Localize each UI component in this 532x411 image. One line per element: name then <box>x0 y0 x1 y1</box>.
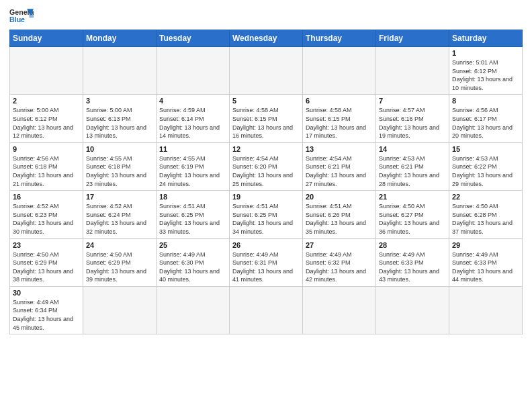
day-info: Sunrise: 4:51 AM Sunset: 6:26 PM Dayligh… <box>306 202 373 236</box>
calendar-cell: 22Sunrise: 4:50 AM Sunset: 6:28 PM Dayli… <box>449 191 523 238</box>
day-number: 27 <box>306 241 373 249</box>
calendar-cell <box>10 47 83 95</box>
calendar-cell: 14Sunrise: 4:53 AM Sunset: 6:21 PM Dayli… <box>376 142 449 190</box>
calendar-cell: 12Sunrise: 4:54 AM Sunset: 6:20 PM Dayli… <box>230 142 303 190</box>
calendar-cell <box>376 286 449 334</box>
calendar-cell: 30Sunrise: 4:49 AM Sunset: 6:34 PM Dayli… <box>10 286 83 334</box>
calendar-cell: 20Sunrise: 4:51 AM Sunset: 6:26 PM Dayli… <box>303 191 376 238</box>
day-info: Sunrise: 4:51 AM Sunset: 6:25 PM Dayligh… <box>232 202 300 236</box>
svg-text:Blue: Blue <box>9 15 25 24</box>
calendar-cell: 4Sunrise: 4:59 AM Sunset: 6:14 PM Daylig… <box>157 95 230 142</box>
calendar-cell: 19Sunrise: 4:51 AM Sunset: 6:25 PM Dayli… <box>230 191 303 238</box>
day-number: 14 <box>379 145 446 153</box>
day-info: Sunrise: 4:50 AM Sunset: 6:29 PM Dayligh… <box>86 250 153 284</box>
calendar-cell: 3Sunrise: 5:00 AM Sunset: 6:13 PM Daylig… <box>83 95 157 142</box>
svg-marker-3 <box>29 12 34 17</box>
day-info: Sunrise: 4:58 AM Sunset: 6:15 PM Dayligh… <box>306 106 373 140</box>
day-info: Sunrise: 4:54 AM Sunset: 6:20 PM Dayligh… <box>232 154 300 188</box>
day-number: 22 <box>452 193 519 201</box>
page: General Blue SundayMondayTuesdayWednesda… <box>0 0 532 411</box>
day-info: Sunrise: 4:59 AM Sunset: 6:14 PM Dayligh… <box>159 106 226 140</box>
day-info: Sunrise: 4:49 AM Sunset: 6:33 PM Dayligh… <box>452 250 519 284</box>
day-number: 26 <box>232 241 300 249</box>
calendar-cell <box>303 286 376 334</box>
day-info: Sunrise: 4:50 AM Sunset: 6:27 PM Dayligh… <box>379 202 446 236</box>
calendar-cell <box>83 47 157 95</box>
day-number: 10 <box>86 145 153 153</box>
header: General Blue <box>9 7 523 26</box>
weekday-thursday: Thursday <box>303 30 376 47</box>
calendar-week-2: 9Sunrise: 4:56 AM Sunset: 6:18 PM Daylig… <box>10 142 523 190</box>
calendar-cell: 13Sunrise: 4:54 AM Sunset: 6:21 PM Dayli… <box>303 142 376 190</box>
day-number: 8 <box>452 97 519 105</box>
calendar-cell: 26Sunrise: 4:49 AM Sunset: 6:31 PM Dayli… <box>230 238 303 286</box>
day-number: 6 <box>306 97 373 105</box>
day-number: 16 <box>13 193 80 201</box>
day-info: Sunrise: 4:52 AM Sunset: 6:24 PM Dayligh… <box>86 202 153 236</box>
day-info: Sunrise: 4:58 AM Sunset: 6:15 PM Dayligh… <box>232 106 300 140</box>
logo: General Blue <box>9 7 34 26</box>
calendar-cell: 5Sunrise: 4:58 AM Sunset: 6:15 PM Daylig… <box>230 95 303 142</box>
calendar-cell: 17Sunrise: 4:52 AM Sunset: 6:24 PM Dayli… <box>83 191 157 238</box>
day-number: 13 <box>306 145 373 153</box>
calendar-table: SundayMondayTuesdayWednesdayThursdayFrid… <box>9 30 523 334</box>
day-number: 20 <box>306 193 373 201</box>
day-number: 11 <box>159 145 226 153</box>
weekday-header-row: SundayMondayTuesdayWednesdayThursdayFrid… <box>10 30 523 47</box>
calendar-cell: 25Sunrise: 4:49 AM Sunset: 6:30 PM Dayli… <box>157 238 230 286</box>
calendar-cell <box>230 47 303 95</box>
calendar-cell <box>449 286 523 334</box>
weekday-sunday: Sunday <box>10 30 83 47</box>
generalblue-logo-icon: General Blue <box>9 7 34 26</box>
day-number: 25 <box>159 241 226 249</box>
calendar-cell: 9Sunrise: 4:56 AM Sunset: 6:18 PM Daylig… <box>10 142 83 190</box>
day-info: Sunrise: 4:55 AM Sunset: 6:19 PM Dayligh… <box>159 154 226 188</box>
day-info: Sunrise: 5:00 AM Sunset: 6:13 PM Dayligh… <box>86 106 153 140</box>
weekday-saturday: Saturday <box>449 30 523 47</box>
day-info: Sunrise: 4:49 AM Sunset: 6:31 PM Dayligh… <box>232 250 300 284</box>
calendar-week-3: 16Sunrise: 4:52 AM Sunset: 6:23 PM Dayli… <box>10 191 523 238</box>
day-number: 4 <box>159 97 226 105</box>
calendar-cell: 16Sunrise: 4:52 AM Sunset: 6:23 PM Dayli… <box>10 191 83 238</box>
day-info: Sunrise: 4:49 AM Sunset: 6:34 PM Dayligh… <box>13 298 80 332</box>
weekday-friday: Friday <box>376 30 449 47</box>
day-number: 15 <box>452 145 519 153</box>
day-info: Sunrise: 4:53 AM Sunset: 6:21 PM Dayligh… <box>379 154 446 188</box>
calendar-cell: 23Sunrise: 4:50 AM Sunset: 6:29 PM Dayli… <box>10 238 83 286</box>
calendar-cell: 10Sunrise: 4:55 AM Sunset: 6:18 PM Dayli… <box>83 142 157 190</box>
weekday-tuesday: Tuesday <box>157 30 230 47</box>
day-number: 17 <box>86 193 153 201</box>
day-info: Sunrise: 4:49 AM Sunset: 6:33 PM Dayligh… <box>379 250 446 284</box>
day-info: Sunrise: 4:52 AM Sunset: 6:23 PM Dayligh… <box>13 202 80 236</box>
calendar-cell: 21Sunrise: 4:50 AM Sunset: 6:27 PM Dayli… <box>376 191 449 238</box>
calendar-cell: 1Sunrise: 5:01 AM Sunset: 6:12 PM Daylig… <box>449 47 523 95</box>
day-info: Sunrise: 4:49 AM Sunset: 6:30 PM Dayligh… <box>159 250 226 284</box>
day-number: 19 <box>232 193 300 201</box>
day-info: Sunrise: 4:56 AM Sunset: 6:18 PM Dayligh… <box>13 154 80 188</box>
calendar-cell: 15Sunrise: 4:53 AM Sunset: 6:22 PM Dayli… <box>449 142 523 190</box>
calendar-cell: 24Sunrise: 4:50 AM Sunset: 6:29 PM Dayli… <box>83 238 157 286</box>
calendar-cell <box>83 286 157 334</box>
calendar-cell: 28Sunrise: 4:49 AM Sunset: 6:33 PM Dayli… <box>376 238 449 286</box>
calendar-week-1: 2Sunrise: 5:00 AM Sunset: 6:12 PM Daylig… <box>10 95 523 142</box>
weekday-wednesday: Wednesday <box>230 30 303 47</box>
day-number: 24 <box>86 241 153 249</box>
day-number: 5 <box>232 97 300 105</box>
day-info: Sunrise: 4:54 AM Sunset: 6:21 PM Dayligh… <box>306 154 373 188</box>
calendar-cell: 2Sunrise: 5:00 AM Sunset: 6:12 PM Daylig… <box>10 95 83 142</box>
day-number: 3 <box>86 97 153 105</box>
day-info: Sunrise: 4:53 AM Sunset: 6:22 PM Dayligh… <box>452 154 519 188</box>
day-number: 12 <box>232 145 300 153</box>
calendar-cell: 18Sunrise: 4:51 AM Sunset: 6:25 PM Dayli… <box>157 191 230 238</box>
day-info: Sunrise: 4:57 AM Sunset: 6:16 PM Dayligh… <box>379 106 446 140</box>
day-number: 30 <box>13 289 80 297</box>
day-number: 28 <box>379 241 446 249</box>
calendar-cell: 11Sunrise: 4:55 AM Sunset: 6:19 PM Dayli… <box>157 142 230 190</box>
day-number: 18 <box>159 193 226 201</box>
day-info: Sunrise: 4:50 AM Sunset: 6:28 PM Dayligh… <box>452 202 519 236</box>
calendar-cell <box>376 47 449 95</box>
calendar-cell: 29Sunrise: 4:49 AM Sunset: 6:33 PM Dayli… <box>449 238 523 286</box>
calendar-cell <box>230 286 303 334</box>
calendar-cell: 8Sunrise: 4:56 AM Sunset: 6:17 PM Daylig… <box>449 95 523 142</box>
day-info: Sunrise: 4:49 AM Sunset: 6:32 PM Dayligh… <box>306 250 373 284</box>
